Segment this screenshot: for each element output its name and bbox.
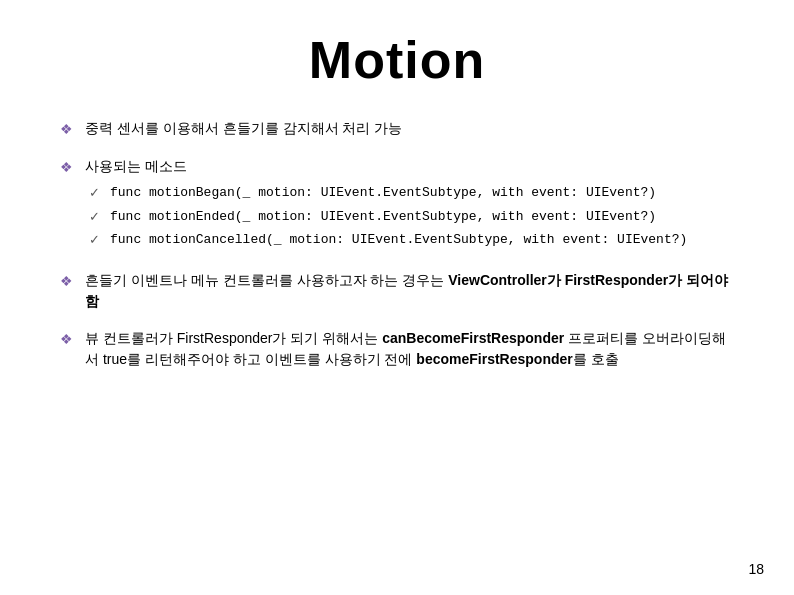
content-area: ❖ 중력 센서를 이용해서 흔들기를 감지해서 처리 가능 ❖ 사용되는 메소드… [50, 118, 744, 370]
sub-text-2: func motionEnded(_ motion: UIEvent.Event… [110, 207, 656, 227]
bullet-item-4: ❖ 뷰 컨트롤러가 FirstResponder가 되기 위해서는 canBec… [60, 328, 734, 370]
slide-title: Motion [50, 30, 744, 90]
keyword-become: becomeFirstResponder [416, 351, 572, 367]
bullet-2-label: 사용되는 메소드 [85, 158, 187, 174]
bullet-item-1: ❖ 중력 센서를 이용해서 흔들기를 감지해서 처리 가능 [60, 118, 734, 140]
sub-text-3: func motionCancelled(_ motion: UIEvent.E… [110, 230, 687, 250]
sub-list-2: ✓ func motionBegan(_ motion: UIEvent.Eve… [89, 183, 734, 250]
bullet-diamond-2: ❖ [60, 157, 73, 178]
bullet-diamond-1: ❖ [60, 119, 73, 140]
bullet-item-3: ❖ 흔들기 이벤트나 메뉴 컨트롤러를 사용하고자 하는 경우는 ViewCon… [60, 270, 734, 312]
check-icon-3: ✓ [89, 230, 100, 250]
check-icon-1: ✓ [89, 183, 100, 203]
sub-item-3: ✓ func motionCancelled(_ motion: UIEvent… [89, 230, 734, 250]
bullet-text-2: 사용되는 메소드 ✓ func motionBegan(_ motion: UI… [85, 156, 734, 254]
keyword-viewcontroller: ViewController가 FirstResponder가 되어야 함 [85, 272, 728, 309]
sub-text-1: func motionBegan(_ motion: UIEvent.Event… [110, 183, 656, 203]
bullet-item-2: ❖ 사용되는 메소드 ✓ func motionBegan(_ motion: … [60, 156, 734, 254]
check-icon-2: ✓ [89, 207, 100, 227]
slide: Motion ❖ 중력 센서를 이용해서 흔들기를 감지해서 처리 가능 ❖ 사… [0, 0, 794, 595]
bullet-text-3: 흔들기 이벤트나 메뉴 컨트롤러를 사용하고자 하는 경우는 ViewContr… [85, 270, 734, 312]
keyword-canbecome: canBecomeFirstResponder [382, 330, 564, 346]
bullet-text-4: 뷰 컨트롤러가 FirstResponder가 되기 위해서는 canBecom… [85, 328, 734, 370]
bullet-diamond-3: ❖ [60, 271, 73, 292]
bullet-text-1: 중력 센서를 이용해서 흔들기를 감지해서 처리 가능 [85, 118, 734, 139]
bullet-diamond-4: ❖ [60, 329, 73, 350]
page-number: 18 [748, 561, 764, 577]
sub-item-1: ✓ func motionBegan(_ motion: UIEvent.Eve… [89, 183, 734, 203]
sub-item-2: ✓ func motionEnded(_ motion: UIEvent.Eve… [89, 207, 734, 227]
